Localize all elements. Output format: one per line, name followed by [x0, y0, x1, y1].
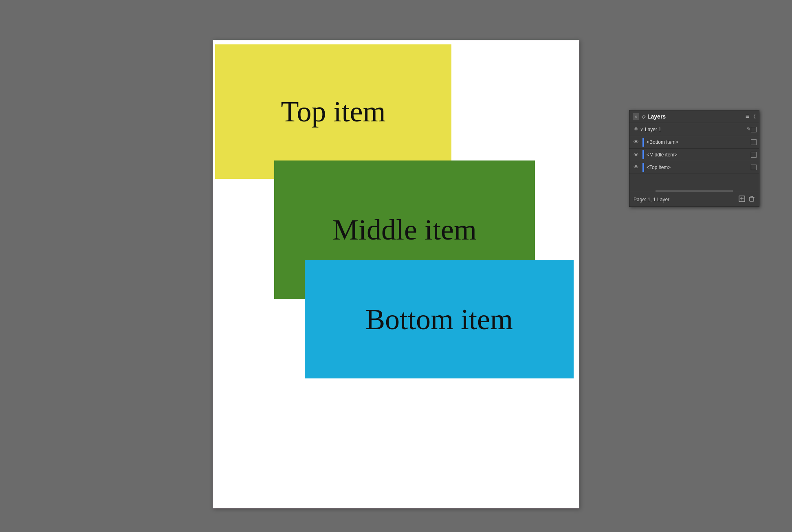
page: Top item Middle item Bottom item [213, 40, 579, 508]
bottom-item-indent: <Bottom item> [647, 139, 751, 145]
panel-menu-button[interactable]: ≡ [746, 113, 749, 120]
middle-item-stripe [642, 150, 644, 159]
bottom-item-select-box[interactable] [751, 139, 757, 145]
middle-item-layer-row[interactable]: 👁 <Middle item> [629, 149, 759, 161]
layer1-select-box[interactable] [751, 127, 757, 132]
panel-spacer [629, 174, 759, 190]
middle-item-select-box[interactable] [751, 152, 757, 158]
svg-rect-3 [750, 197, 754, 201]
layer1-indent: ∨ Layer 1 [640, 127, 747, 132]
top-item-eye-icon[interactable]: 👁 [632, 163, 640, 171]
top-item-label: Top item [281, 95, 386, 129]
panel-title-text: Layers [647, 113, 666, 120]
bottom-item-layer-name: <Bottom item> [647, 139, 751, 145]
panel-close-button[interactable]: × [633, 113, 639, 120]
footer-page-info: Page: 1, 1 Layer [634, 197, 669, 202]
layer1-eye-icon[interactable]: 👁 [632, 125, 640, 134]
layer1-row[interactable]: 👁 ∨ Layer 1 ✎ [629, 123, 759, 136]
bottom-item-layer-row[interactable]: 👁 <Bottom item> [629, 136, 759, 149]
panel-collapse-button[interactable]: 《 [751, 113, 756, 120]
top-item-indent: <Top item> [647, 165, 751, 170]
layer1-edit-icon[interactable]: ✎ [747, 126, 751, 132]
diamond-icon: ◇ [642, 114, 645, 119]
footer-actions [739, 196, 755, 203]
top-item-rect[interactable]: Top item [215, 44, 451, 179]
middle-item-label: Middle item [332, 213, 477, 247]
bottom-item-stripe [642, 138, 644, 147]
layer1-arrow[interactable]: ∨ [640, 127, 643, 132]
top-item-layer-name: <Top item> [647, 165, 751, 170]
middle-item-layer-name: <Middle item> [647, 152, 751, 158]
middle-item-indent: <Middle item> [647, 152, 751, 158]
top-item-layer-row[interactable]: 👁 <Top item> [629, 161, 759, 174]
panel-title: ◇ Layers [642, 113, 666, 120]
delete-layer-button[interactable] [748, 196, 755, 203]
panel-title-bar-right: ≡ 《 [746, 113, 756, 120]
middle-item-eye-icon[interactable]: 👁 [632, 151, 640, 159]
top-item-stripe [642, 163, 644, 172]
layers-panel: × ◇ Layers ≡ 《 👁 ∨ Layer 1 ✎ 👁 <Bottom i… [629, 110, 759, 207]
panel-title-bar-left: × ◇ Layers [633, 113, 666, 120]
add-layer-button[interactable] [739, 196, 745, 203]
panel-footer: Page: 1, 1 Layer [629, 192, 759, 207]
bottom-item-rect[interactable]: Bottom item [305, 260, 574, 378]
bottom-item-label: Bottom item [365, 303, 513, 336]
bottom-item-eye-icon[interactable]: 👁 [632, 138, 640, 146]
layer1-name: Layer 1 [645, 127, 747, 132]
panel-title-bar: × ◇ Layers ≡ 《 [629, 110, 759, 123]
top-item-select-box[interactable] [751, 165, 757, 170]
canvas-area: Top item Middle item Bottom item [0, 0, 792, 532]
